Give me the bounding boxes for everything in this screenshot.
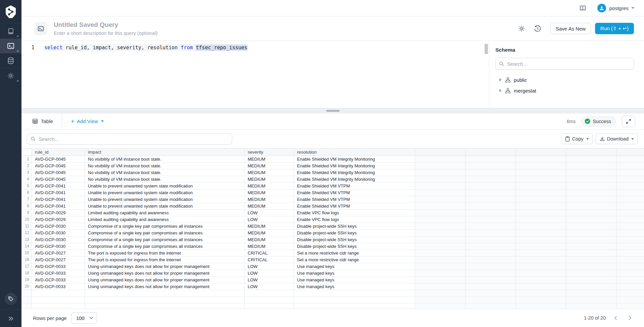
table-cell-empty: [516, 169, 566, 176]
terminal-icon: [7, 42, 14, 50]
table-cell-blank: [245, 304, 294, 309]
table-cell-severity: MEDIUM: [245, 169, 294, 176]
table-cell-resolution: Use managed keys: [294, 277, 415, 283]
query-header: Untitled Saved Query Enter a short descr…: [21, 16, 644, 41]
table-cell-empty: [616, 277, 644, 283]
table-cell-severity: LOW: [245, 277, 294, 283]
row-number-cell: [21, 304, 32, 309]
table-cell-empty: [465, 290, 516, 297]
table-cell-empty: [516, 210, 566, 216]
sidebar-collapse-toggle[interactable]: [0, 310, 21, 327]
table-cell-empty: [566, 230, 616, 236]
table-grid-icon: [32, 118, 41, 124]
schema-tree-item-public[interactable]: public: [495, 74, 634, 85]
table-cell-impact: The port is exposed for ingress from the…: [85, 257, 245, 263]
editor-scrollbar-thumb[interactable]: [485, 44, 488, 54]
sidebar-item-queries[interactable]: [0, 39, 21, 53]
table-cell-rule_id: AVD-GCP-0030: [32, 243, 85, 250]
column-header-empty: [616, 148, 644, 156]
table-cell-empty: [465, 270, 516, 277]
table-cell-empty: [566, 183, 616, 189]
table-cell-severity: MEDIUM: [245, 189, 294, 196]
column-header-empty: [415, 148, 465, 156]
table-cell-empty: [616, 290, 644, 297]
next-page-button[interactable]: [626, 314, 634, 322]
table-cell-empty: [415, 250, 465, 257]
query-title[interactable]: Untitled Saved Query: [54, 21, 157, 29]
table-cell-empty: [415, 169, 465, 176]
table-cell-severity: LOW: [245, 263, 294, 270]
table-cell-empty: [415, 230, 465, 236]
row-number-cell: 1: [21, 156, 32, 163]
table-cell-empty: [415, 196, 465, 203]
table-cell-empty: [566, 297, 616, 304]
query-history-button[interactable]: [533, 24, 542, 34]
query-description-placeholder[interactable]: Enter a short description for this query…: [54, 31, 157, 36]
table-cell-impact: Unable to prevent unwanted system state …: [85, 189, 245, 196]
table-cell-empty: [465, 216, 516, 223]
table-cell-resolution: Enable Shielded VM VTPM: [294, 196, 415, 203]
schema-tree-item-mergestat[interactable]: mergestat: [495, 85, 634, 96]
table-cell-empty: [415, 203, 465, 210]
table-cell-empty: [465, 263, 516, 270]
user-name[interactable]: postgres: [609, 5, 629, 11]
expand-results-button[interactable]: [622, 116, 635, 127]
row-number-cell: 11: [21, 223, 32, 230]
download-button[interactable]: Download: [596, 133, 638, 144]
user-menu-chevron-icon[interactable]: [631, 7, 635, 9]
tab-table[interactable]: Table: [21, 113, 62, 129]
add-view-button[interactable]: + Add View: [71, 118, 104, 124]
query-settings-button[interactable]: [517, 24, 527, 34]
copy-button[interactable]: Copy: [561, 133, 593, 144]
header-row-number-cell: [21, 148, 32, 156]
line-number: 1: [21, 44, 44, 51]
table-cell-blank: [294, 304, 415, 309]
table-cell-severity: LOW: [245, 210, 294, 216]
results-search-input[interactable]: [27, 133, 232, 145]
table-cell-empty: [566, 203, 616, 210]
table-cell-empty: [566, 163, 616, 169]
table-cell-resolution: Enable Shielded VM VTPM: [294, 189, 415, 196]
table-cell-empty: [616, 156, 644, 163]
row-number-cell: 9: [21, 210, 32, 216]
table-cell-empty: [516, 277, 566, 283]
table-cell-rule_id: AVD-GCP-0041: [32, 196, 85, 203]
sidebar-item-repos[interactable]: [0, 24, 21, 39]
sidebar-item-database[interactable]: [0, 53, 21, 68]
avatar[interactable]: [597, 4, 606, 12]
table-cell-resolution: Set a more restrictive cidr range: [294, 257, 415, 263]
terminal-icon: [38, 25, 44, 32]
save-as-new-button[interactable]: Save As New: [550, 23, 591, 34]
status-badge: Success: [582, 116, 616, 126]
table-cell-empty: [616, 297, 644, 304]
resize-handle[interactable]: [326, 110, 340, 112]
sidebar-item-settings[interactable]: [0, 68, 21, 83]
previous-page-button[interactable]: [612, 314, 620, 322]
table-cell-empty: [465, 277, 516, 283]
download-icon: [600, 136, 607, 142]
docs-book-icon[interactable]: [579, 5, 586, 11]
schema-search-input[interactable]: [495, 58, 634, 70]
table-cell-empty: [465, 283, 516, 290]
table-cell-blank: [32, 304, 85, 309]
mergestat-logo[interactable]: [0, 0, 21, 23]
table-cell-resolution: Enable VPC flow logs: [294, 216, 415, 223]
sql-editor[interactable]: 1 select rule_id, impact, severity, reso…: [21, 41, 489, 108]
rows-per-page-select[interactable]: 100: [71, 312, 97, 324]
table-cell-empty: [616, 210, 644, 216]
table-cell-empty: [616, 270, 644, 277]
table-cell-empty: [516, 243, 566, 250]
tags-button[interactable]: [5, 293, 17, 305]
table-cell-rule_id: AVD-GCP-0029: [32, 216, 85, 223]
table-cell-empty: [516, 304, 566, 309]
top-bar: postgres: [21, 0, 644, 16]
run-query-button[interactable]: Run (⇧ + ↵): [595, 23, 634, 34]
row-number-cell: 10: [21, 216, 32, 223]
table-cell-impact: Using unmanaged keys does not allow for …: [85, 270, 245, 277]
table-cell-severity: MEDIUM: [245, 163, 294, 169]
table-cell-resolution: Set a more restrictive cidr range: [294, 250, 415, 257]
column-header-resolution: resolution: [294, 148, 415, 156]
table-cell-empty: [566, 236, 616, 243]
search-icon: [499, 61, 504, 66]
schema-panel-title: Schema: [495, 47, 634, 53]
